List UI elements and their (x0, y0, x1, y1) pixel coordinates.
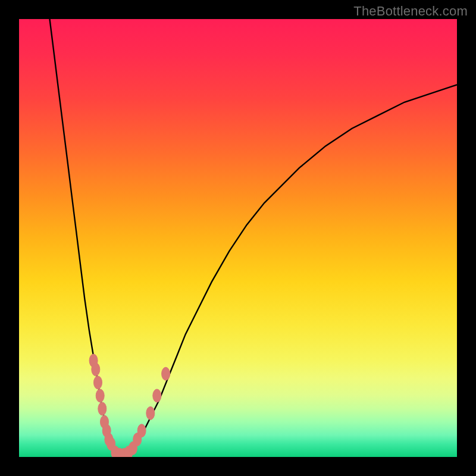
curve-marker (98, 402, 107, 415)
curve-marker (96, 389, 104, 402)
bottleneck-curve-line (50, 19, 458, 457)
curve-marker (92, 363, 100, 376)
curve-marker (146, 406, 155, 419)
curve-marker (162, 367, 170, 380)
watermark-text: TheBottleneck.com (353, 4, 468, 19)
curve-marker (153, 389, 161, 402)
chart-svg (19, 19, 457, 457)
chart-plot-area (19, 19, 457, 457)
curve-marker (94, 376, 102, 389)
curve-marker (137, 424, 146, 437)
curve-markers (89, 354, 170, 457)
